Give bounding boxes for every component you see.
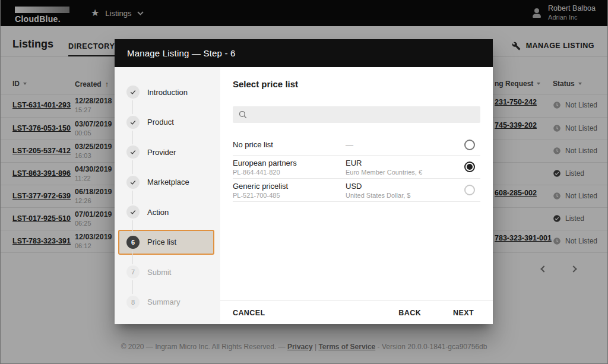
price-list-option[interactable]: Generic pricelistPL-521-700-485USDUnited… <box>233 179 480 202</box>
step-label: Action <box>147 208 169 217</box>
step-label: Introduction <box>147 88 188 97</box>
manage-listing-modal: Manage Listing — Step - 6 IntroductionPr… <box>115 39 493 324</box>
step-done-icon <box>126 145 140 159</box>
price-list-name: No price list <box>233 140 346 149</box>
price-list-id: PL-521-700-485 <box>233 192 346 199</box>
price-list-option[interactable]: European partnersPL-864-441-820EUREuro M… <box>233 156 480 179</box>
price-list-option[interactable]: No price list— <box>233 134 480 156</box>
step-number: 7 <box>126 265 140 278</box>
step-action[interactable]: Action <box>115 202 220 222</box>
radio-unselected[interactable] <box>464 140 475 150</box>
step-number: 6 <box>126 236 140 249</box>
search-input[interactable] <box>252 110 475 119</box>
step-price-list[interactable]: 6Price list <box>115 232 220 252</box>
viewport: CloudBlue. ★ Listings Robert Balboa Adri… <box>0 0 608 364</box>
step-summary[interactable]: 8Summary <box>115 292 220 312</box>
modal-footer: CANCEL BACK NEXT <box>220 300 493 324</box>
step-title: Select price list <box>233 79 298 89</box>
radio-selected[interactable] <box>464 162 475 172</box>
step-product[interactable]: Product <box>115 112 220 132</box>
step-label: Product <box>147 118 174 126</box>
step-provider[interactable]: Provider <box>115 142 220 162</box>
currency-description: Euro Member Countries, € <box>346 169 464 176</box>
no-currency-dash: — <box>346 140 464 149</box>
back-button[interactable]: BACK <box>398 309 421 317</box>
check-icon <box>129 88 137 96</box>
price-list-name: European partners <box>233 159 346 167</box>
step-done-icon <box>126 205 140 219</box>
step-marketplace[interactable]: Marketplace <box>115 172 220 192</box>
step-label: Summary <box>147 297 180 306</box>
step-label: Submit <box>147 268 171 277</box>
step-done-icon <box>126 116 140 129</box>
search-icon <box>238 110 248 119</box>
step-content: Select price list No price list—European… <box>220 67 493 324</box>
step-label: Price list <box>147 238 176 246</box>
modal-title: Manage Listing — Step - 6 <box>127 48 236 58</box>
price-list-id: PL-864-441-820 <box>233 169 346 176</box>
cancel-button[interactable]: CANCEL <box>233 309 265 317</box>
step-done-icon <box>126 86 140 99</box>
modal-header: Manage Listing — Step - 6 <box>115 39 493 67</box>
check-icon <box>129 119 137 126</box>
step-introduction[interactable]: Introduction <box>115 82 220 102</box>
step-label: Marketplace <box>147 178 189 186</box>
step-label: Provider <box>147 148 176 157</box>
currency-code: EUR <box>346 159 464 167</box>
radio-unselected[interactable] <box>464 185 475 195</box>
step-submit[interactable]: 7Submit <box>115 262 220 282</box>
currency-description: United States Dollar, $ <box>346 192 464 199</box>
check-icon <box>129 179 137 186</box>
price-list-name: Generic pricelist <box>233 182 346 191</box>
check-icon <box>129 148 137 156</box>
step-done-icon <box>126 176 140 189</box>
currency-code: USD <box>346 182 464 191</box>
check-icon <box>129 208 137 216</box>
next-button[interactable]: NEXT <box>453 309 474 317</box>
step-number: 8 <box>126 296 140 309</box>
price-list-search[interactable] <box>233 106 480 123</box>
wizard-stepper: IntroductionProductProviderMarketplaceAc… <box>115 67 220 324</box>
